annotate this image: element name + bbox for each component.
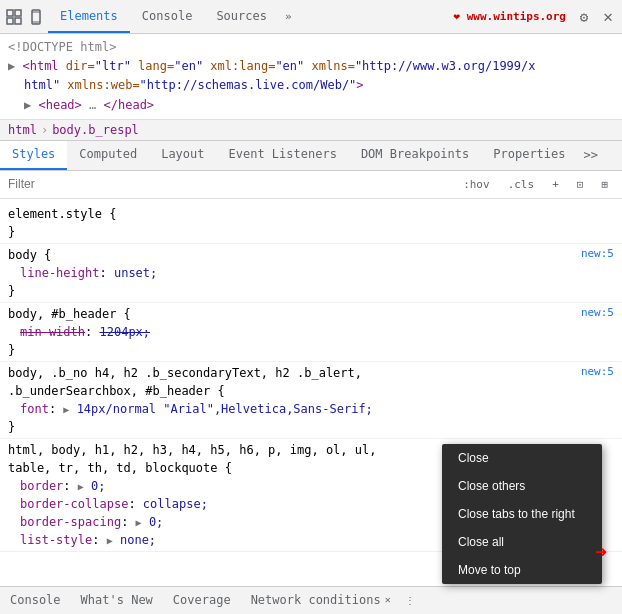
breadcrumb-body[interactable]: body.b_respl bbox=[52, 123, 139, 137]
add-style-button[interactable]: + bbox=[546, 176, 565, 193]
sub-tab-computed[interactable]: Computed bbox=[67, 141, 149, 170]
tab-console[interactable]: Console bbox=[130, 0, 205, 33]
bottom-tab-coverage[interactable]: Coverage bbox=[163, 587, 241, 614]
main-toolbar: Elements Console Sources » ❤ www.wintips… bbox=[0, 0, 622, 34]
border-spacing-expand[interactable]: ▶ bbox=[136, 517, 142, 528]
sub-tab-properties[interactable]: Properties bbox=[481, 141, 577, 170]
svg-rect-1 bbox=[7, 18, 13, 24]
style-layout-icon[interactable]: ⊞ bbox=[595, 176, 614, 193]
network-conditions-close[interactable]: ✕ bbox=[385, 594, 391, 605]
bottom-tab-console[interactable]: Console bbox=[0, 587, 71, 614]
wintips-logo: ❤ www.wintips.org bbox=[453, 10, 566, 23]
list-style-expand[interactable]: ▶ bbox=[107, 535, 113, 546]
sub-tab-dom-breakpoints[interactable]: DOM Breakpoints bbox=[349, 141, 481, 170]
style-toggle-icon[interactable]: ⊡ bbox=[571, 176, 590, 193]
doctype-comment: <!DOCTYPE html> bbox=[8, 40, 116, 54]
body-new-link[interactable]: new:5 bbox=[581, 246, 614, 263]
sub-tab-styles[interactable]: Styles bbox=[0, 141, 67, 170]
css-rule-element-style: element.style { } bbox=[0, 203, 622, 244]
svg-rect-0 bbox=[7, 10, 13, 16]
context-menu: Close Close others Close tabs to the rig… bbox=[442, 444, 602, 584]
filter-input[interactable] bbox=[8, 177, 451, 191]
sub-tab-more[interactable]: >> bbox=[578, 141, 604, 170]
breadcrumb: html › body.b_respl bbox=[0, 120, 622, 141]
settings-icon[interactable]: ⚙ bbox=[574, 7, 594, 27]
bottom-tab-network-conditions[interactable]: Network conditions ✕ bbox=[241, 587, 401, 614]
breadcrumb-separator: › bbox=[41, 123, 48, 137]
svg-rect-2 bbox=[15, 10, 21, 16]
devtools-close-button[interactable]: ✕ bbox=[598, 7, 618, 27]
bottom-tab-whats-new[interactable]: What's New bbox=[71, 587, 163, 614]
context-menu-close-all[interactable]: Close all bbox=[442, 528, 602, 556]
body-header-new-link[interactable]: new:5 bbox=[581, 305, 614, 322]
sub-tab-layout[interactable]: Layout bbox=[149, 141, 216, 170]
css-rule-body-bno: new:5 body, .b_no h4, h2 .b_secondaryTex… bbox=[0, 362, 622, 439]
breadcrumb-html[interactable]: html bbox=[8, 123, 37, 137]
sub-tab-event-listeners[interactable]: Event Listeners bbox=[217, 141, 349, 170]
tab-elements[interactable]: Elements bbox=[48, 0, 130, 33]
toolbar-right: ❤ www.wintips.org ⚙ ✕ bbox=[447, 7, 618, 27]
svg-rect-3 bbox=[15, 18, 21, 24]
html-panel: <!DOCTYPE html> ▶ <html dir="ltr" lang="… bbox=[0, 34, 622, 120]
tab-sources[interactable]: Sources bbox=[204, 0, 279, 33]
css-rule-body: new:5 body { line-height: unset; } bbox=[0, 244, 622, 303]
css-rule-body-header: new:5 body, #b_header { min-width: 1204p… bbox=[0, 303, 622, 362]
cls-button[interactable]: .cls bbox=[502, 176, 541, 193]
expand-head[interactable]: ▶ bbox=[24, 98, 31, 112]
more-tabs-button[interactable]: » bbox=[279, 0, 298, 33]
expand-html[interactable]: ▶ bbox=[8, 59, 15, 73]
filter-bar: :hov .cls + ⊡ ⊞ bbox=[0, 171, 622, 199]
bottom-more-button[interactable]: ⋮ bbox=[401, 587, 419, 614]
sub-tab-bar: Styles Computed Layout Event Listeners D… bbox=[0, 141, 622, 171]
red-arrow-indicator: ➜ bbox=[595, 540, 607, 564]
html-line-4: ▶ <head> … </head> bbox=[8, 96, 614, 115]
body-bno-new-link[interactable]: new:5 bbox=[581, 364, 614, 381]
font-expand[interactable]: ▶ bbox=[63, 404, 69, 415]
bottom-bar: Console What's New Coverage Network cond… bbox=[0, 586, 622, 614]
context-menu-close-tabs-right[interactable]: Close tabs to the right bbox=[442, 500, 602, 528]
device-icon[interactable] bbox=[26, 7, 46, 27]
context-menu-close-others[interactable]: Close others bbox=[442, 472, 602, 500]
context-menu-move-to-top[interactable]: Move to top bbox=[442, 556, 602, 584]
inspect-icon[interactable] bbox=[4, 7, 24, 27]
hov-button[interactable]: :hov bbox=[457, 176, 496, 193]
main-tab-bar: Elements Console Sources » bbox=[48, 0, 447, 33]
html-line-2: ▶ <html dir="ltr" lang="en" xml:lang="en… bbox=[8, 57, 614, 76]
html-line-3: html" xmlns:web="http://schemas.live.com… bbox=[8, 76, 614, 95]
border-expand[interactable]: ▶ bbox=[78, 481, 84, 492]
context-menu-close[interactable]: Close bbox=[442, 444, 602, 472]
svg-point-7 bbox=[36, 23, 37, 24]
html-line-1: <!DOCTYPE html> bbox=[8, 38, 614, 57]
